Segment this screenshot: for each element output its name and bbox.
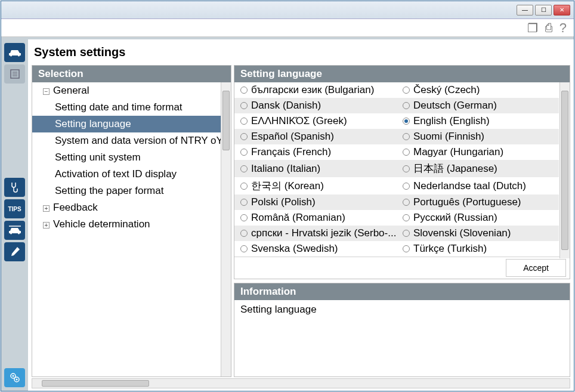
tree-item-feedback[interactable]: +Feedback [32,199,231,216]
tree-item-language[interactable]: Setting language [32,116,231,132]
accept-button[interactable]: Accept [506,259,566,277]
radio-icon[interactable] [403,133,410,140]
language-header: Setting language [234,66,570,82]
sidebar-settings-icon[interactable] [4,368,25,387]
tree-item-general[interactable]: −General [32,82,231,99]
language-option[interactable]: Magyar (Hungarian) [397,144,559,160]
radio-icon[interactable] [403,149,410,156]
radio-icon[interactable] [403,199,410,206]
titlebar: — ☐ ✕ [1,1,574,19]
left-sidebar: TIPS [1,39,28,391]
language-option[interactable]: Svenska (Swedish) [234,241,397,257]
radio-icon[interactable] [403,165,410,172]
radio-icon[interactable] [403,183,410,190]
tree-item-vehicle-determination[interactable]: +Vehicle determination [32,216,231,233]
tree-item-paper-format[interactable]: Setting the paper format [32,183,231,199]
main-area: System settings Selection −General Setti… [28,39,574,391]
language-option[interactable]: 한국의 (Korean) [234,177,397,195]
radio-icon[interactable] [403,230,410,237]
tree-item-date-time[interactable]: Setting date and time format [32,99,231,116]
radio-icon[interactable] [240,183,248,190]
tree-item-system-data[interactable]: System and data version of NTRY oY d [32,132,231,149]
radio-icon[interactable] [403,118,410,125]
radio-icon[interactable] [240,214,248,221]
selection-pane: Selection −General Setting date and time… [32,65,231,377]
scrollbar-thumb[interactable] [42,380,149,387]
radio-icon[interactable] [240,118,248,125]
language-option[interactable]: Deutsch (German) [397,98,559,113]
svg-point-7 [12,375,14,377]
tree-item-unit-system[interactable]: Setting unit system [32,149,231,166]
radio-icon[interactable] [403,245,410,252]
language-option[interactable]: Nederlandse taal (Dutch) [397,177,559,195]
radio-icon[interactable] [403,214,410,221]
sidebar-car-icon[interactable] [4,43,25,62]
collapse-icon[interactable]: − [43,88,50,95]
selection-tree: −General Setting date and time format Se… [32,82,231,376]
tree-vertical-scrollbar[interactable] [221,82,231,376]
radio-icon[interactable] [240,102,248,109]
language-option[interactable]: српски - Hrvatski jezik (Serbo-... [234,226,397,241]
language-option[interactable]: ΕΛΛΗΝΙΚΌΣ (Greek) [234,113,397,129]
window-close-button[interactable]: ✕ [554,5,570,16]
sidebar-vehicle-icon[interactable] [4,221,25,240]
language-option[interactable]: Dansk (Danish) [234,98,397,113]
language-vertical-scrollbar[interactable] [559,82,570,258]
language-panel: Setting language български език (Bulgari… [234,65,570,279]
print-icon[interactable]: ⎙ [545,21,552,35]
sidebar-tips-button[interactable]: TIPS [4,199,25,218]
app-window: — ☐ ✕ ❐ ⎙ ? TIPS [1,1,574,391]
window-minimize-button[interactable]: — [517,5,533,16]
bottom-horizontal-scrollbar[interactable] [32,378,570,388]
radio-icon[interactable] [403,87,410,94]
scrollbar-thumb[interactable] [561,91,568,250]
sidebar-diagnostics-icon[interactable] [4,178,25,197]
info-text: Setting language [234,300,570,319]
language-option[interactable]: Русский (Russian) [397,210,559,226]
top-toolbar: ❐ ⎙ ? [1,19,574,37]
language-option[interactable]: Slovenski (Slovenian) [397,226,559,241]
language-grid: български език (Bulgarian)Český (Czech)D… [234,82,570,257]
svg-point-8 [16,379,17,381]
language-option[interactable]: Türkçe (Turkish) [397,241,559,257]
copy-icon[interactable]: ❐ [527,21,538,35]
info-header: Information [234,283,570,300]
radio-icon[interactable] [240,230,248,237]
language-option[interactable]: Suomi (Finnish) [397,129,559,144]
sidebar-document-icon[interactable] [4,64,25,84]
sidebar-tool-icon[interactable] [4,242,25,261]
language-option[interactable]: Český (Czech) [397,82,559,98]
window-maximize-button[interactable]: ☐ [535,5,552,16]
language-option[interactable]: български език (Bulgarian) [234,82,397,98]
radio-icon[interactable] [240,199,248,206]
tree-item-text-id[interactable]: Activation of text ID display [32,166,231,183]
radio-icon[interactable] [403,102,410,109]
radio-icon[interactable] [240,87,248,94]
language-option[interactable]: Polski (Polish) [234,195,397,210]
language-option[interactable]: Română (Romanian) [234,210,397,226]
selection-header: Selection [32,66,231,82]
help-icon[interactable]: ? [559,20,567,36]
language-option[interactable]: Italiano (Italian) [234,160,397,177]
radio-icon[interactable] [240,133,248,140]
language-option[interactable]: 日本語 (Japanese) [397,160,559,177]
expand-icon[interactable]: + [43,205,50,212]
radio-icon[interactable] [240,149,248,156]
language-option[interactable]: Français (French) [234,144,397,160]
language-option[interactable]: Español (Spanish) [234,129,397,144]
language-option[interactable]: English (English) [397,113,559,129]
page-title: System settings [32,42,570,65]
radio-icon[interactable] [240,245,248,252]
right-pane: Setting language български език (Bulgari… [234,65,570,377]
scrollbar-thumb[interactable] [222,91,230,150]
expand-icon[interactable]: + [43,222,50,229]
information-panel: Information Setting language [234,283,570,377]
radio-icon[interactable] [240,165,248,172]
language-option[interactable]: Português (Portuguese) [397,195,559,210]
